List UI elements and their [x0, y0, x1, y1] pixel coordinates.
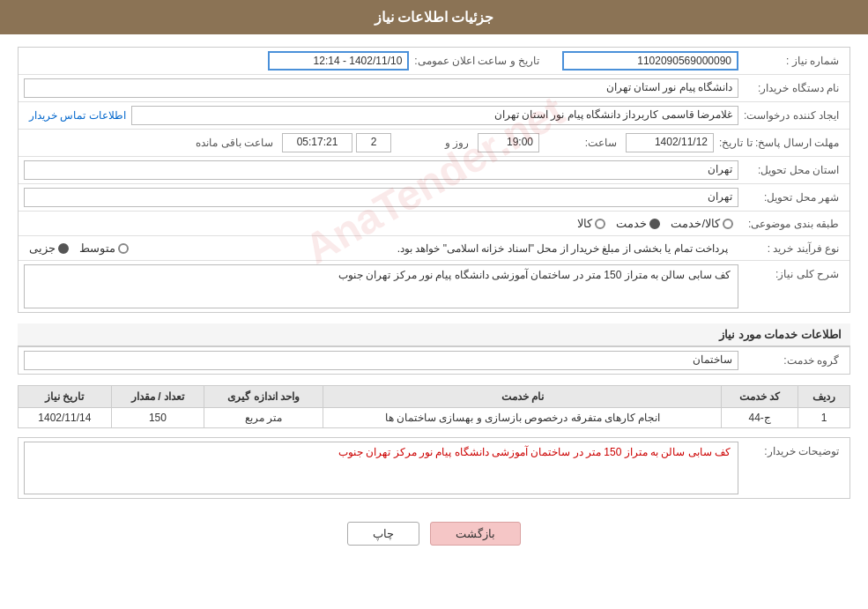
creator-label: ایجاد کننده درخواست: — [738, 109, 844, 122]
col-row: ردیف — [798, 386, 850, 408]
reply-remaining-label: ساعت باقی مانده — [173, 137, 278, 149]
reply-remaining: 05:17:21 — [282, 133, 352, 152]
footer-buttons: بازگشت چاپ — [18, 509, 850, 554]
reply-days: 2 — [356, 133, 391, 152]
service-group-label: گروه خدمت: — [738, 354, 844, 367]
process-label: نوع فرآیند خرید : — [738, 242, 844, 255]
need-desc-row: شرح کلی نیاز: کف سابی سالن به متراز 150 … — [19, 261, 849, 312]
need-desc-value: کف سابی سالن به متراز 150 متر در ساختمان… — [24, 264, 738, 308]
need-desc-label: شرح کلی نیاز: — [738, 264, 844, 280]
main-form: AnaTender.net شماره نیاز : 1102090569000… — [18, 47, 850, 313]
buyer-notes-value: کف سابی سالن به متراز 150 متر در ساختمان… — [24, 442, 738, 494]
date-label: تاریخ و ساعت اعلان عمومی: — [409, 55, 545, 67]
services-table: ردیف کد خدمت نام خدمت واحد اندازه گیری ت… — [18, 385, 850, 428]
cell-name: انجام کارهای متفرقه درخصوص بازسازی و بهس… — [323, 408, 722, 428]
service-group-value: ساختمان — [24, 351, 738, 370]
buyer-name-value: دانشگاه پیام نور استان تهران — [24, 78, 738, 98]
col-date: تاریخ نیاز — [19, 386, 112, 408]
buyer-notes-section: توضیحات خریدار: کف سابی سالن به متراز 15… — [18, 437, 850, 499]
cat-khadamat-label: خدمت — [616, 217, 647, 230]
proc-jozei-label: جزیی — [29, 241, 56, 255]
page-title: جزئیات اطلاعات نیاز — [375, 10, 494, 25]
province-value: تهران — [24, 160, 738, 180]
cat-kala-option[interactable]: کالا — [577, 217, 605, 230]
reply-time-label: ساعت: — [543, 137, 622, 149]
proc-motavasset-radio — [118, 243, 129, 254]
cell-code: ج-44 — [722, 408, 798, 428]
reply-time: 19:00 — [478, 133, 539, 152]
need-number-value: 1102090569000090 — [562, 51, 738, 71]
cat-khadamat-radio — [649, 219, 660, 229]
proc-motavasset-label: متوسط — [79, 241, 115, 255]
proc-jozei-radio — [58, 243, 69, 254]
category-row: طبقه بندی موضوعی: کالا/خدمت خدمت کالا — [19, 212, 849, 236]
city-label: شهر محل تحویل: — [738, 191, 844, 204]
cat-kala-khadamat-radio — [723, 219, 733, 229]
date-value: 1402/11/10 - 12:14 — [268, 51, 409, 71]
reply-deadline-label: مهلت ارسال پاسخ: تا تاریخ: — [714, 137, 844, 149]
city-value: تهران — [24, 188, 738, 207]
cat-kala-khadamat-label: کالا/خدمت — [671, 217, 720, 230]
cat-kala-khadamat-option[interactable]: کالا/خدمت — [671, 217, 733, 230]
cell-qty: 150 — [111, 408, 204, 428]
page-header: جزئیات اطلاعات نیاز — [0, 0, 868, 34]
reply-deadline-row: مهلت ارسال پاسخ: تا تاریخ: 1402/11/12 سا… — [19, 130, 849, 157]
buyer-notes-label: توضیحات خریدار: — [738, 442, 844, 457]
col-code: کد خدمت — [722, 386, 798, 408]
cat-kala-label: کالا — [577, 217, 592, 230]
creator-value: غلامرضا قاسمی کاربرداز دانشگاه پیام نور … — [131, 106, 738, 125]
service-group-section: گروه خدمت: ساختمان — [18, 346, 850, 375]
buyer-name-row: نام دستگاه خریدار: دانشگاه پیام نور استا… — [19, 75, 849, 102]
services-title: اطلاعات خدمات مورد نیاز — [719, 328, 842, 341]
col-unit: واحد اندازه گیری — [204, 386, 323, 408]
services-section-header: اطلاعات خدمات مورد نیاز — [18, 323, 850, 346]
contact-link[interactable]: اطلاعات تماس خریدار — [24, 109, 131, 122]
proc-jozei-option[interactable]: جزیی — [29, 241, 69, 255]
creator-row: ایجاد کننده درخواست: غلامرضا قاسمی کاربر… — [19, 102, 849, 130]
city-row: شهر محل تحویل: تهران — [19, 184, 849, 212]
table-row: 1ج-44انجام کارهای متفرقه درخصوص بازسازی … — [19, 408, 850, 428]
cat-khadamat-option[interactable]: خدمت — [616, 217, 660, 230]
category-label: طبقه بندی موضوعی: — [738, 218, 844, 230]
col-name: نام خدمت — [323, 386, 722, 408]
services-table-section: ردیف کد خدمت نام خدمت واحد اندازه گیری ت… — [18, 385, 850, 428]
back-button[interactable]: بازگشت — [430, 522, 521, 546]
process-radio-group: پرداخت تمام یا بخشی از مبلغ خریدار از مح… — [24, 241, 738, 255]
cell-row: 1 — [798, 408, 850, 428]
print-button[interactable]: چاپ — [347, 522, 419, 546]
cell-unit: متر مربع — [204, 408, 323, 428]
cat-kala-radio — [595, 219, 605, 229]
province-label: استان محل تحویل: — [738, 164, 844, 176]
reply-days-label: روز و — [395, 137, 474, 149]
proc-notice: پرداخت تمام یا بخشی از مبلغ خریدار از مح… — [139, 242, 733, 255]
buyer-notes-row: توضیحات خریدار: کف سابی سالن به متراز 15… — [19, 438, 849, 498]
need-number-row: شماره نیاز : 1102090569000090 تاریخ و سا… — [19, 48, 849, 75]
table-header-row: ردیف کد خدمت نام خدمت واحد اندازه گیری ت… — [19, 386, 850, 408]
service-group-row: گروه خدمت: ساختمان — [19, 347, 849, 374]
cell-date: 1402/11/14 — [19, 408, 112, 428]
reply-date: 1402/11/12 — [626, 133, 714, 152]
process-row: نوع فرآیند خرید : پرداخت تمام یا بخشی از… — [19, 236, 849, 261]
buyer-name-label: نام دستگاه خریدار: — [738, 82, 844, 94]
proc-motavasset-option[interactable]: متوسط — [79, 241, 129, 255]
need-number-label: شماره نیاز : — [738, 55, 844, 67]
category-radio-group: کالا/خدمت خدمت کالا — [24, 217, 738, 230]
col-qty: تعداد / مقدار — [111, 386, 204, 408]
province-row: استان محل تحویل: تهران — [19, 157, 849, 184]
